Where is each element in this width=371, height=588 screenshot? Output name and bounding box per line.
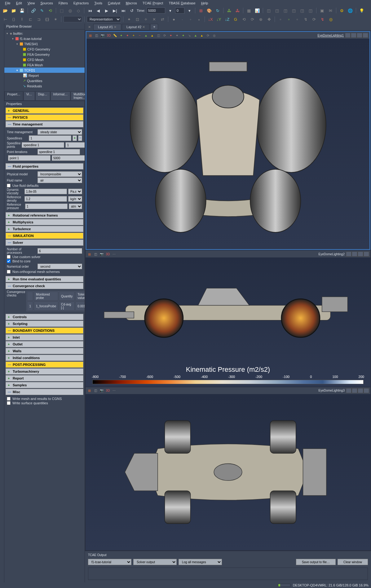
extract1-icon[interactable]: ▣ [319,7,325,14]
write-surface-checkbox[interactable] [7,401,11,405]
vp3-mode-1[interactable] [346,388,351,393]
vp1-camera-icon[interactable]: 📷 [100,33,105,38]
play-icon[interactable]: ▶ [103,7,110,14]
section-multiphysics[interactable]: +Multiphysics [6,219,83,225]
section-solver[interactable]: —Solver [6,239,83,246]
cube1-icon[interactable]: ◫ [265,7,272,14]
filter-b-icon[interactable]: ⟨⟩ [10,16,17,23]
tab-view[interactable]: Vi… [24,91,35,101]
section-time-management[interactable]: —Time management [6,121,83,127]
speedlines-remove[interactable]: − [78,135,82,141]
vp1-mode-4[interactable] [363,33,368,38]
speedlines-input[interactable] [29,135,71,141]
menu-catalyst[interactable]: Catalyst [105,1,123,6]
time-input[interactable] [147,7,165,14]
section-report[interactable]: +Report [6,375,83,381]
bind-to-core-checkbox[interactable] [7,259,11,263]
section-initial-conditions[interactable]: +Initial conditions [6,355,83,361]
section-misc[interactable]: —Misc [6,389,83,395]
viewport-2[interactable]: ▦ ◫ 📷 3D ⋯ EyeDomeLighting2 [86,251,370,386]
vp1-mode-1[interactable] [345,33,351,38]
pressure-unit-select[interactable]: atm [69,204,82,209]
filter-g-icon[interactable]: ✶ [52,16,59,23]
menu-sources[interactable]: Sources [38,1,55,6]
menu-view[interactable]: View [25,1,38,6]
tree-tmesh[interactable]: ▾TMESH1 [4,41,85,46]
misc7-icon[interactable]: ◎ [327,16,334,23]
pi-point-input[interactable] [8,155,51,161]
view-fit-icon[interactable]: ⊡ [134,16,141,23]
viewport-1-lighting-label[interactable]: EyeDomeLighting1 [318,34,344,37]
pi-val-input[interactable] [52,155,85,161]
vp2-camera-icon[interactable]: 📷 [99,252,104,257]
custom-solver-checkbox[interactable] [7,255,11,259]
vp3-mode-4[interactable] [364,388,369,393]
fluid-name-select[interactable]: air [38,178,82,183]
small1-icon[interactable]: ● [170,16,177,23]
feature1-icon[interactable]: ⬚ [58,7,65,14]
vp1-sel12-icon[interactable]: ↘ [187,33,192,38]
viewport-3-canvas[interactable] [86,394,370,550]
tree-fea-mesh[interactable]: FEA Mesh [4,62,85,68]
section-walls[interactable]: +Walls [6,348,83,354]
feature3-icon[interactable]: ◇ [75,7,82,14]
misc1-icon[interactable]: ▫ [277,16,284,23]
vp1-render-icon[interactable]: ▦ [88,33,93,38]
reference-density-input[interactable] [24,196,67,202]
small2-icon[interactable]: · [179,16,186,23]
filter-d-icon[interactable]: ⊏ [27,16,34,23]
vp1-mode-3[interactable] [357,33,362,38]
section-runtime[interactable]: +Run time evaluated quantities [6,276,83,282]
small3-icon[interactable]: ◦ [187,16,194,23]
tab-display[interactable]: Disp… [35,91,50,101]
extract2-icon[interactable]: ✉ [327,7,334,14]
write-cgns-checkbox[interactable] [7,397,11,401]
reload-data-icon[interactable]: ⟲ [47,7,54,14]
pipeline-tree[interactable]: ▾■builtin: ▾f1-tcae-tutorial ▾TMESH1 CFD… [4,29,85,91]
density-unit-select[interactable]: kg/m^3 [68,196,82,202]
rotate-icon[interactable]: ↻ [214,7,221,14]
settings-icon[interactable]: ⚙ [338,7,345,14]
cube2-icon[interactable]: ◫ [274,7,280,14]
vp1-sel8-icon[interactable]: ⟳ [162,33,167,38]
small4-icon[interactable]: ∘ [196,16,202,23]
cam-rot-icon[interactable]: ⟲ [241,16,247,23]
wand-icon[interactable]: ✎ [38,7,45,14]
tree-cfd-geometry[interactable]: CFD Geometry [4,46,85,52]
cam-zoom-icon[interactable]: ⊕ [257,16,264,23]
misc2-icon[interactable]: ▫ [285,16,292,23]
open-tcfd-icon[interactable]: 📁 [10,7,17,14]
vp1-sel1-icon[interactable]: ✦ [119,33,124,38]
vp2-more-icon[interactable]: ⋯ [112,252,117,257]
menu-tools[interactable]: Tools [92,1,105,6]
section-general[interactable]: +GENERAL [6,108,83,114]
cam-x-icon[interactable]: ↓X [207,16,214,23]
vp1-sel13-icon[interactable]: ▲ [193,33,198,38]
viewport-2-canvas[interactable]: Kinematic Pressure (m2/s2) -800-700-600-… [86,257,370,386]
vp1-sel5-icon[interactable]: ▲ [144,33,148,38]
vp3-camera-icon[interactable]: 📷 [99,388,104,393]
section-simulation[interactable]: —SIMULATION [6,233,83,239]
layouts-close-icon[interactable]: ✕ [86,25,93,29]
vp1-sel7-icon[interactable]: ◫ [156,33,161,38]
menu-macros[interactable]: Macros [123,1,139,6]
table-icon[interactable]: ▦ [245,7,252,14]
viewport-1-canvas[interactable] [86,39,369,249]
menu-tbase-database[interactable]: TBASE Database [166,1,198,6]
idea-icon[interactable]: 💡 [358,7,365,14]
section-rotational[interactable]: +Rotational reference frames [6,212,83,218]
palette-icon[interactable]: 🎨 [206,7,213,14]
tree-fea-geometry[interactable]: FEA Geometry [4,52,85,57]
vp3-more-icon[interactable]: ⋯ [112,388,117,393]
vp1-sel4-icon[interactable]: − [137,33,142,38]
vp1-sel2-icon[interactable]: ✦ [125,33,130,38]
time-index-dropdown-icon[interactable]: ▾ [186,7,193,14]
open-file-icon[interactable]: 📂 [2,7,9,14]
time-management-select[interactable]: steady state [38,129,82,135]
next-frame-icon[interactable]: ▶| [112,7,118,14]
vp1-sel15-icon[interactable]: ⟳ [205,33,210,38]
close-tab-1-icon[interactable]: ✕ [114,25,117,29]
vp2-3d-icon[interactable]: 3D [105,252,110,257]
convergence-row[interactable]: 11_forcesProbeCd-avg [-]0.001 [27,301,85,311]
server-connect-icon[interactable]: 🖧 [226,7,232,14]
